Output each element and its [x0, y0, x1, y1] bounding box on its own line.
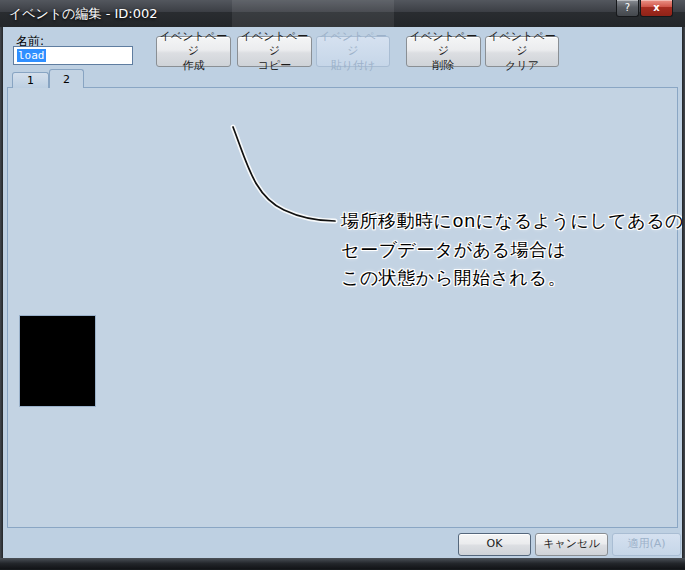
window-border-left: [0, 27, 3, 558]
tab-page-panel: [7, 87, 678, 528]
help-icon: ?: [625, 2, 630, 13]
title-bar[interactable]: イベントの編集 - ID:002 ? x: [0, 0, 685, 27]
event-editor-dialog: イベントの編集 - ID:002 ? x 名前: load イベントページ 作成…: [0, 0, 685, 570]
create-event-page-button[interactable]: イベントページ 作成: [156, 36, 231, 67]
delete-event-page-button[interactable]: イベントページ 削除: [406, 36, 481, 67]
titlebar-glass-highlight: [232, 0, 394, 27]
clear-event-page-button[interactable]: イベントページ クリア: [485, 36, 559, 67]
close-icon: x: [653, 2, 659, 13]
close-button[interactable]: x: [640, 0, 673, 17]
window-border-bottom: [0, 558, 685, 570]
cancel-button[interactable]: キャンセル: [535, 533, 608, 556]
name-value-selection: load: [17, 49, 46, 62]
ok-button[interactable]: OK: [458, 533, 531, 556]
tab-page-1[interactable]: 1: [12, 72, 49, 88]
help-button[interactable]: ?: [616, 0, 639, 17]
copy-event-page-button[interactable]: イベントページ コピー: [237, 36, 312, 67]
paste-event-page-button: イベントページ 貼り付け: [316, 36, 390, 67]
window-title: イベントの編集 - ID:002: [9, 5, 158, 23]
graphic-preview[interactable]: [19, 315, 96, 407]
name-input[interactable]: load: [13, 46, 133, 65]
tab-page-2[interactable]: 2: [49, 69, 84, 88]
apply-button: 適用(A): [612, 533, 681, 556]
